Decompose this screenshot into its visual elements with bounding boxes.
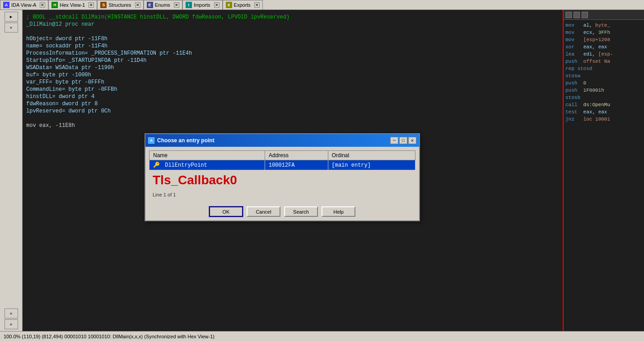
line-counter: Line 1 of 1 (149, 190, 415, 199)
ok-button[interactable]: OK (209, 206, 243, 217)
dialog-title-controls: ─ □ ✕ (390, 137, 416, 144)
cancel-button[interactable]: Cancel (247, 206, 280, 217)
dialog-title-icon: A (148, 137, 154, 144)
dialog-titlebar: A Choose an entry point ─ □ ✕ (145, 134, 419, 147)
entry-table: Name Address Ordinal 🔑 DllEntryPoint 100… (149, 150, 415, 170)
dialog-buttons: OK Cancel Search Help (145, 203, 419, 220)
line-counter-text: Line 1 of 1 (153, 192, 176, 197)
col-name: Name (149, 151, 265, 160)
dialog-minimize-button[interactable]: ─ (390, 137, 398, 144)
entry-name-cell: 🔑 DllEntryPoint (149, 160, 265, 170)
tls-callback-label: Tls_Callback0 (153, 173, 237, 187)
choose-entry-dialog: A Choose an entry point ─ □ ✕ Name Addre… (145, 133, 420, 221)
table-row-selected[interactable]: 🔑 DllEntryPoint 100012FA [main entry] (149, 160, 415, 170)
col-ordinal: Ordinal (328, 151, 415, 160)
dialog-overlay: A Choose an entry point ─ □ ✕ Name Addre… (0, 0, 644, 341)
dialog-close-button[interactable]: ✕ (408, 137, 416, 144)
entry-icon: 🔑 (153, 162, 160, 168)
entry-address-cell: 100012FA (265, 160, 328, 170)
entry-ordinal-cell: [main entry] (328, 160, 415, 170)
search-button[interactable]: Search (284, 206, 318, 217)
help-button[interactable]: Help (322, 206, 355, 217)
entry-name: DllEntryPoint (165, 162, 207, 168)
dialog-title-left: A Choose an entry point (148, 137, 215, 144)
dialog-body: Name Address Ordinal 🔑 DllEntryPoint 100… (145, 147, 419, 203)
dialog-maximize-button[interactable]: □ (399, 137, 407, 144)
dialog-title-text: Choose an entry point (157, 137, 215, 144)
col-address: Address (265, 151, 328, 160)
tls-row[interactable]: Tls_Callback0 (149, 170, 415, 190)
